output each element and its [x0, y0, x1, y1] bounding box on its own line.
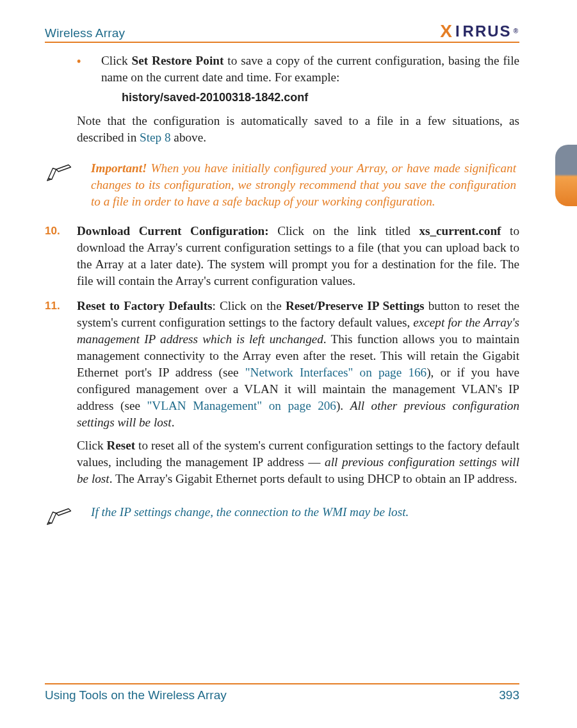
text-fragment: If the IP settings change, the connectio…: [91, 505, 409, 519]
footer-section-title: Using Tools on the Wireless Array: [45, 688, 227, 702]
callout-body: If the IP settings change, the connectio…: [91, 504, 519, 530]
step-10: 10. Download Current Configuration: Clic…: [45, 223, 519, 289]
text-fragment: . The Array's Gigabit Ethernet ports def…: [110, 472, 517, 485]
writing-hand-icon: [46, 160, 78, 210]
callout-body: Important! When you have initially confi…: [91, 160, 519, 210]
xs-current-conf-label: xs_current.conf: [419, 224, 501, 238]
network-interfaces-link[interactable]: "Network Interfaces" on page 166: [245, 366, 427, 379]
important-label: Important!: [91, 161, 147, 175]
step-8-link[interactable]: Step 8: [140, 131, 171, 144]
reset-label: Reset: [106, 439, 135, 452]
step-body: Reset to Factory Defaults: Click on the …: [77, 298, 519, 487]
logo-registered: ®: [514, 28, 519, 35]
writing-hand-icon: [46, 504, 78, 530]
text-fragment: ).: [336, 399, 350, 412]
step-body: Download Current Configuration: Click on…: [77, 223, 519, 289]
logo-x-glyph: X: [440, 22, 453, 40]
reset-preserve-ip-label: Reset/Preserve IP Settings: [286, 299, 425, 312]
text-fragment: : Click on the: [213, 299, 286, 312]
text-fragment: .: [172, 416, 175, 429]
step-11: 11. Reset to Factory Defaults: Click on …: [45, 298, 519, 487]
vlan-management-link[interactable]: "VLAN Management" on page 206: [147, 399, 336, 412]
section-thumb-tab: [555, 145, 577, 206]
download-config-label: Download Current Configuration:: [77, 224, 269, 238]
page-header: Wireless Array XIRRUS®: [45, 16, 519, 43]
logo-rrus-glyph: RRUS: [463, 24, 512, 39]
header-title: Wireless Array: [45, 26, 125, 40]
text-fragment: When you have initially configured your …: [91, 161, 516, 208]
step-number: 11.: [45, 298, 77, 487]
page-number: 393: [499, 688, 519, 702]
step-number: 10.: [45, 223, 77, 289]
ip-change-callout: If the IP settings change, the connectio…: [46, 504, 519, 530]
text-fragment: Click: [101, 54, 132, 67]
xirrus-logo: XIRRUS®: [440, 22, 519, 40]
text-fragment: Click on the link titled: [269, 224, 419, 238]
auto-save-note: Note that the configuration is automatic…: [77, 113, 519, 146]
bullet-set-restore-point: • Click Set Restore Point to save a copy…: [77, 53, 519, 86]
page-footer: Using Tools on the Wireless Array 393: [45, 683, 519, 702]
page-content: • Click Set Restore Point to save a copy…: [45, 53, 519, 530]
text-fragment: Click: [77, 439, 106, 452]
logo-i-glyph: I: [455, 24, 461, 39]
bullet-marker: •: [77, 53, 101, 86]
important-callout: Important! When you have initially confi…: [46, 160, 519, 210]
example-filename: history/saved-20100318-1842.conf: [122, 90, 519, 105]
text-fragment: above.: [171, 131, 206, 144]
reset-factory-label: Reset to Factory Defaults: [77, 299, 213, 312]
bullet-text: Click Set Restore Point to save a copy o…: [101, 53, 519, 86]
set-restore-point-label: Set Restore Point: [132, 54, 224, 67]
